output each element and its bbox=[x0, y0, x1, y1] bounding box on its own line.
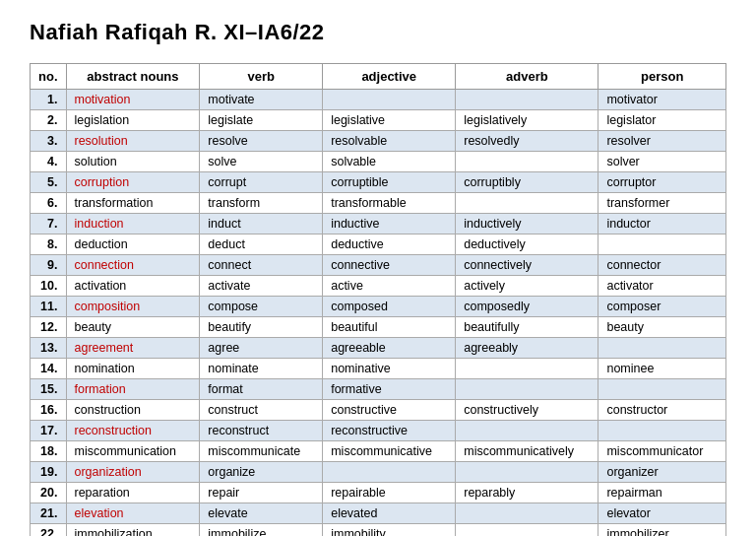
abstract-noun: activation bbox=[66, 276, 200, 297]
table-row: 14.nominationnominatenominativenominee bbox=[31, 359, 726, 379]
row-number: 21. bbox=[31, 503, 67, 524]
cell-person: immobilizer bbox=[598, 524, 726, 537]
cell-verb: repair bbox=[200, 483, 323, 503]
abstract-noun: connection bbox=[66, 255, 200, 276]
cell-adverb bbox=[456, 152, 598, 172]
cell-person bbox=[598, 234, 726, 255]
column-header-adjective: adjective bbox=[323, 64, 456, 90]
cell-verb: miscommunicate bbox=[200, 441, 323, 462]
cell-adjective: transformable bbox=[323, 193, 456, 214]
cell-verb: transform bbox=[200, 193, 323, 214]
cell-verb: construct bbox=[200, 400, 323, 421]
row-number: 2. bbox=[31, 110, 67, 131]
table-row: 22.immobilizationimmobilizeimmobilityimm… bbox=[31, 524, 726, 537]
cell-adverb: connectively bbox=[456, 255, 598, 276]
cell-verb: nominate bbox=[200, 359, 323, 379]
cell-verb: activate bbox=[200, 276, 323, 297]
cell-adverb bbox=[456, 379, 598, 400]
table-row: 4.solutionsolvesolvablesolver bbox=[31, 152, 726, 172]
cell-adjective: active bbox=[323, 276, 456, 297]
cell-adjective: connective bbox=[323, 255, 456, 276]
cell-person: composer bbox=[598, 297, 726, 317]
table-row: 17.reconstructionreconstructreconstructi… bbox=[31, 421, 726, 441]
cell-adverb: beautifully bbox=[456, 317, 598, 338]
column-header-adverb: adverb bbox=[456, 64, 598, 90]
column-header-person: person bbox=[598, 64, 726, 90]
cell-verb: beautify bbox=[200, 317, 323, 338]
cell-person: repairman bbox=[598, 483, 726, 503]
cell-adverb: resolvedly bbox=[456, 131, 598, 152]
row-number: 6. bbox=[31, 193, 67, 214]
abstract-noun: solution bbox=[66, 152, 200, 172]
abstract-noun: construction bbox=[66, 400, 200, 421]
row-number: 15. bbox=[31, 379, 67, 400]
row-number: 16. bbox=[31, 400, 67, 421]
table-row: 13.agreementagreeagreeableagreeably bbox=[31, 338, 726, 359]
cell-person: elevator bbox=[598, 503, 726, 524]
table-row: 12.beautybeautifybeautifulbeautifullybea… bbox=[31, 317, 726, 338]
cell-person: connector bbox=[598, 255, 726, 276]
abstract-noun: composition bbox=[66, 297, 200, 317]
cell-adverb: legislatively bbox=[456, 110, 598, 131]
abstract-noun: resolution bbox=[66, 131, 200, 152]
cell-person: miscommunicator bbox=[598, 441, 726, 462]
cell-adjective: reconstructive bbox=[323, 421, 456, 441]
cell-adjective: beautiful bbox=[323, 317, 456, 338]
row-number: 9. bbox=[31, 255, 67, 276]
cell-adjective: elevated bbox=[323, 503, 456, 524]
cell-person: legislator bbox=[598, 110, 726, 131]
cell-adverb: miscommunicatively bbox=[456, 441, 598, 462]
cell-adjective: constructive bbox=[323, 400, 456, 421]
table-row: 8.deductiondeductdeductivedeductively bbox=[31, 234, 726, 255]
abstract-noun: organization bbox=[66, 462, 200, 483]
row-number: 14. bbox=[31, 359, 67, 379]
abstract-noun: reconstruction bbox=[66, 421, 200, 441]
cell-adverb bbox=[456, 193, 598, 214]
row-number: 20. bbox=[31, 483, 67, 503]
table-row: 6.transformationtransformtransformabletr… bbox=[31, 193, 726, 214]
cell-person bbox=[598, 379, 726, 400]
cell-person: constructor bbox=[598, 400, 726, 421]
row-number: 13. bbox=[31, 338, 67, 359]
cell-adverb: composedly bbox=[456, 297, 598, 317]
row-number: 17. bbox=[31, 421, 67, 441]
cell-adjective: miscommunicative bbox=[323, 441, 456, 462]
cell-adverb: inductively bbox=[456, 214, 598, 234]
row-number: 5. bbox=[31, 172, 67, 193]
cell-adjective: legislative bbox=[323, 110, 456, 131]
table-row: 10.activationactivateactiveactivelyactiv… bbox=[31, 276, 726, 297]
cell-person: solver bbox=[598, 152, 726, 172]
cell-verb: elevate bbox=[200, 503, 323, 524]
cell-person: organizer bbox=[598, 462, 726, 483]
row-number: 12. bbox=[31, 317, 67, 338]
table-header-row: no.abstract nounsverbadjectiveadverbpers… bbox=[31, 64, 726, 90]
abstract-noun: deduction bbox=[66, 234, 200, 255]
cell-adjective: corruptible bbox=[323, 172, 456, 193]
row-number: 18. bbox=[31, 441, 67, 462]
abstract-noun: elevation bbox=[66, 503, 200, 524]
cell-verb: immobilize bbox=[200, 524, 323, 537]
abstract-noun: nomination bbox=[66, 359, 200, 379]
table-row: 7.inductioninductinductiveinductivelyind… bbox=[31, 214, 726, 234]
table-row: 9.connectionconnectconnectiveconnectivel… bbox=[31, 255, 726, 276]
cell-person: beauty bbox=[598, 317, 726, 338]
cell-verb: deduct bbox=[200, 234, 323, 255]
cell-adjective: solvable bbox=[323, 152, 456, 172]
cell-verb: motivate bbox=[200, 90, 323, 110]
cell-verb: induct bbox=[200, 214, 323, 234]
cell-person bbox=[598, 338, 726, 359]
abstract-noun: immobilization bbox=[66, 524, 200, 537]
row-number: 8. bbox=[31, 234, 67, 255]
abstract-noun: agreement bbox=[66, 338, 200, 359]
page-title: Nafiah Rafiqah R. XI–IA6/22 bbox=[30, 20, 726, 45]
cell-person: resolver bbox=[598, 131, 726, 152]
abstract-noun: miscommunication bbox=[66, 441, 200, 462]
cell-verb: agree bbox=[200, 338, 323, 359]
cell-person: activator bbox=[598, 276, 726, 297]
table-row: 21.elevationelevateelevatedelevator bbox=[31, 503, 726, 524]
row-number: 3. bbox=[31, 131, 67, 152]
table-row: 3.resolutionresolveresolvableresolvedlyr… bbox=[31, 131, 726, 152]
cell-adjective: formative bbox=[323, 379, 456, 400]
cell-adverb: constructively bbox=[456, 400, 598, 421]
table-row: 1.motivationmotivatemotivator bbox=[31, 90, 726, 110]
